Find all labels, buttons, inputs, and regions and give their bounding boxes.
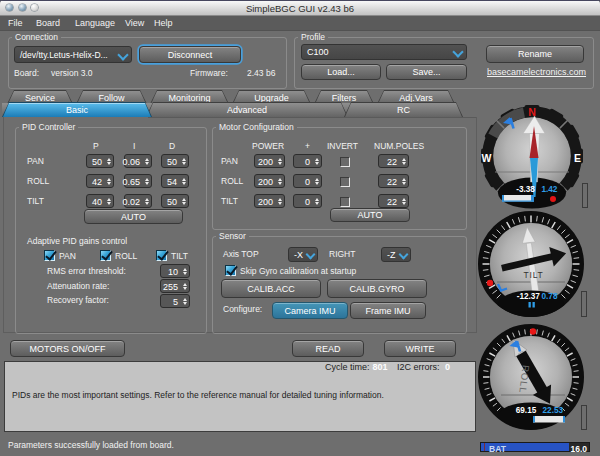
svg-text:1.42: 1.42 (541, 185, 557, 194)
svg-text:-12.37: -12.37 (517, 292, 541, 301)
svg-text:22.53: 22.53 (543, 406, 564, 415)
svg-text:0.78: 0.78 (542, 292, 558, 301)
svg-text:E: E (574, 152, 581, 164)
svg-text:69.15: 69.15 (516, 406, 537, 415)
svg-text:-3.38: -3.38 (516, 185, 535, 194)
svg-text:W: W (482, 152, 492, 164)
svg-text:N: N (528, 106, 536, 118)
svg-text:TILT: TILT (523, 270, 543, 280)
